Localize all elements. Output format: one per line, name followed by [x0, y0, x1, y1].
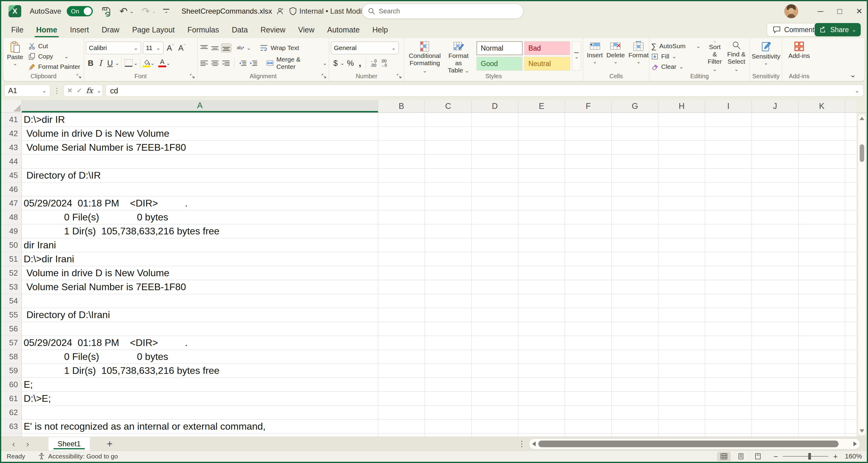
- align-bottom-icon[interactable]: [221, 43, 231, 53]
- column-header-A[interactable]: A: [22, 100, 378, 113]
- orientation-icon[interactable]: ab: [236, 43, 245, 53]
- redo-button[interactable]: ↷: [142, 6, 150, 16]
- tab-data[interactable]: Data: [225, 21, 254, 38]
- cell-A57[interactable]: 05/29/2024 01:18 PM <DIR> .: [22, 336, 378, 350]
- scrollbar-drag-handle[interactable]: ⋮: [518, 439, 526, 448]
- scroll-up-icon[interactable]: [860, 117, 864, 120]
- name-box[interactable]: A1 ⌄: [4, 85, 50, 97]
- undo-button[interactable]: ↶: [120, 6, 128, 16]
- accessibility-status[interactable]: Accessibility: Good to go: [38, 453, 118, 460]
- cell-A52[interactable]: Volume in drive D is New Volume: [22, 266, 378, 280]
- format-cells-button[interactable]: Format ⌄: [627, 40, 651, 73]
- cell-A49[interactable]: 1 Dir(s) 105,738,633,216 bytes free: [22, 224, 378, 238]
- row-header-48[interactable]: 48: [1, 210, 22, 224]
- sensitivity-button[interactable]: Sensitivity ⌄: [750, 40, 782, 73]
- tab-automate[interactable]: Automate: [321, 21, 366, 38]
- row-header-44[interactable]: 44: [1, 155, 22, 168]
- cell-A60[interactable]: E;: [22, 378, 378, 392]
- row-header-61[interactable]: 61: [1, 392, 22, 406]
- page-break-view-icon[interactable]: [751, 452, 765, 461]
- cells-right-of-A[interactable]: [378, 294, 857, 308]
- vertical-scrollbar[interactable]: [857, 113, 867, 437]
- quick-access-overflow-icon[interactable]: ⌄: [163, 9, 169, 14]
- currency-dropdown-icon[interactable]: ⌄: [340, 61, 344, 66]
- row-header-46[interactable]: 46: [1, 183, 22, 196]
- cell-A55[interactable]: Directory of D:\Irani: [22, 308, 378, 322]
- share-button[interactable]: Share ⌄: [815, 23, 861, 36]
- cells-right-of-A[interactable]: [378, 210, 857, 224]
- align-left-icon[interactable]: [199, 59, 209, 67]
- increase-indent-icon[interactable]: [249, 59, 258, 67]
- row-header-57[interactable]: 57: [1, 336, 22, 350]
- cells-right-of-A[interactable]: [378, 280, 857, 294]
- number-dialog-launcher-icon[interactable]: [397, 74, 402, 79]
- cells-right-of-A[interactable]: [378, 378, 857, 392]
- tab-insert[interactable]: Insert: [64, 21, 96, 38]
- cancel-icon[interactable]: ✕: [67, 87, 72, 95]
- cell-A59[interactable]: 1 Dir(s) 105,738,633,216 bytes free: [22, 364, 378, 378]
- percent-format-icon[interactable]: %: [347, 59, 354, 68]
- select-all-corner[interactable]: [1, 100, 22, 113]
- tab-draw[interactable]: Draw: [95, 21, 126, 38]
- row-header-45[interactable]: 45: [1, 168, 22, 183]
- cells-right-of-A[interactable]: [378, 127, 857, 141]
- tab-view[interactable]: View: [292, 21, 321, 38]
- scroll-down-icon[interactable]: [860, 429, 864, 433]
- copy-button[interactable]: Copy ⌄: [28, 51, 81, 62]
- cells-right-of-A[interactable]: [378, 155, 857, 168]
- cells-right-of-A[interactable]: [378, 406, 857, 420]
- cells-right-of-A[interactable]: [378, 183, 857, 196]
- cell-A53[interactable]: Volume Serial Number is 7EEB-1F80: [22, 280, 378, 294]
- row-header-42[interactable]: 42: [1, 127, 22, 141]
- zoom-slider[interactable]: [783, 456, 828, 457]
- cell-A47[interactable]: 05/29/2024 01:18 PM <DIR> .: [22, 196, 378, 210]
- clear-button[interactable]: Clear ⌄: [651, 62, 700, 72]
- cells-right-of-A[interactable]: [378, 420, 857, 434]
- fx-dropdown-icon[interactable]: ⌄: [97, 88, 101, 93]
- column-header-K[interactable]: K: [799, 100, 845, 113]
- cells-right-of-A[interactable]: [378, 196, 857, 210]
- cells-right-of-A[interactable]: [378, 141, 857, 155]
- new-sheet-button[interactable]: +: [107, 439, 113, 449]
- conditional-formatting-button[interactable]: Conditional Formatting ⌄: [406, 40, 443, 74]
- font-color-icon[interactable]: A: [158, 59, 166, 67]
- cells-right-of-A[interactable]: [378, 308, 857, 322]
- cells-right-of-A[interactable]: [378, 266, 857, 280]
- sheet-tab-sheet1[interactable]: Sheet1: [49, 437, 90, 451]
- presence-person-icon[interactable]: [276, 7, 284, 15]
- alignment-dialog-launcher-icon[interactable]: [321, 74, 327, 79]
- row-header-41[interactable]: 41: [1, 113, 22, 127]
- orientation-dropdown-icon[interactable]: ⌄: [247, 45, 251, 51]
- align-top-icon[interactable]: [199, 44, 209, 52]
- tab-review[interactable]: Review: [254, 21, 292, 38]
- horizontal-scrollbar[interactable]: [529, 438, 860, 450]
- prev-sheet-icon[interactable]: ‹: [12, 439, 15, 449]
- cell-A54[interactable]: [22, 294, 378, 308]
- cell-A48[interactable]: 0 File(s) 0 bytes: [22, 210, 378, 224]
- cells-right-of-A[interactable]: [378, 224, 857, 238]
- addins-button[interactable]: Add-ins: [786, 40, 812, 73]
- zoom-level[interactable]: 160%: [842, 453, 862, 460]
- cell-A63[interactable]: E' is not recognized as an internal or e…: [22, 420, 378, 434]
- bold-button[interactable]: B: [86, 59, 96, 68]
- cell-A46[interactable]: [22, 183, 378, 196]
- next-sheet-icon[interactable]: ›: [26, 439, 29, 449]
- delete-cells-button[interactable]: Delete ⌄: [605, 40, 627, 73]
- redo-dropdown-icon[interactable]: ⌄: [152, 9, 156, 14]
- number-format-select[interactable]: General ⌄: [331, 41, 399, 54]
- search-input[interactable]: Search: [362, 4, 524, 19]
- cell-style-normal[interactable]: Normal: [476, 41, 523, 55]
- cell-A42[interactable]: Volume in drive D is New Volume: [22, 127, 378, 141]
- cell-style-good[interactable]: Good: [476, 57, 523, 71]
- comma-format-icon[interactable]: ,: [359, 58, 361, 68]
- find-select-button[interactable]: Find & Select ⌄: [725, 40, 748, 73]
- underline-dropdown-icon[interactable]: ⌄: [115, 61, 119, 66]
- enter-icon[interactable]: ✓: [76, 87, 82, 95]
- underline-button[interactable]: U: [105, 59, 115, 68]
- fill-color-icon[interactable]: [143, 59, 150, 67]
- insert-function-icon[interactable]: fx: [86, 86, 93, 95]
- row-header-47[interactable]: 47: [1, 196, 22, 210]
- font-dialog-launcher-icon[interactable]: [190, 74, 195, 79]
- column-header-B[interactable]: B: [378, 100, 425, 113]
- cell-A58[interactable]: 0 File(s) 0 bytes: [22, 350, 378, 364]
